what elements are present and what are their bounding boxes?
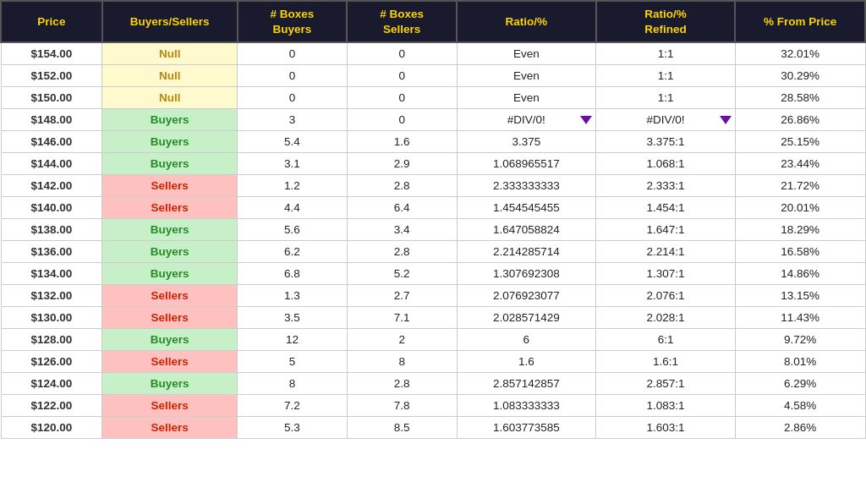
table-row: $152.00Null00Even1:130.29% bbox=[1, 65, 865, 87]
pct-cell: 16.58% bbox=[735, 241, 865, 263]
ratio-refined-cell: 1.647:1 bbox=[596, 219, 736, 241]
boxes-buyers-cell: 5.4 bbox=[238, 131, 348, 153]
boxes-buyers-cell: 1.3 bbox=[238, 285, 348, 307]
table-row: $126.00Sellers581.61.6:18.01% bbox=[1, 351, 865, 373]
pct-cell: 18.29% bbox=[735, 219, 865, 241]
ratio-cell: 1.647058824 bbox=[457, 219, 596, 241]
bs-cell: Sellers bbox=[102, 307, 238, 329]
pct-cell: 21.72% bbox=[735, 175, 865, 197]
bs-cell: Sellers bbox=[102, 417, 238, 439]
boxes-sellers-cell: 0 bbox=[347, 42, 457, 65]
boxes-buyers-cell: 6.2 bbox=[238, 241, 348, 263]
pct-cell: 11.43% bbox=[735, 307, 865, 329]
bs-cell: Buyers bbox=[102, 263, 238, 285]
col-boxes-buyers-header: # Boxes Buyers bbox=[238, 1, 348, 42]
boxes-sellers-cell: 0 bbox=[347, 109, 457, 131]
boxes-sellers-cell: 2 bbox=[347, 329, 457, 351]
ratio-cell: 1.603773585 bbox=[457, 417, 596, 439]
header-row: Price Buyers/Sellers # Boxes Buyers # Bo… bbox=[1, 1, 865, 42]
pct-cell: 20.01% bbox=[735, 197, 865, 219]
boxes-sellers-cell: 5.2 bbox=[347, 263, 457, 285]
pct-cell: 30.29% bbox=[735, 65, 865, 87]
arrow-down-icon bbox=[720, 116, 732, 124]
ratio-cell: Even bbox=[457, 42, 596, 65]
boxes-sellers-cell: 3.4 bbox=[347, 219, 457, 241]
ratio-refined-cell: 2.333:1 bbox=[596, 175, 736, 197]
pct-cell: 13.15% bbox=[735, 285, 865, 307]
price-cell: $132.00 bbox=[1, 285, 102, 307]
ratio-refined-cell: 1:1 bbox=[596, 65, 736, 87]
ratio-refined-cell: 1.603:1 bbox=[596, 417, 736, 439]
col-ratio-refined-header: Ratio/% Refined bbox=[596, 1, 736, 42]
price-cell: $126.00 bbox=[1, 351, 102, 373]
arrow-down-icon bbox=[580, 116, 592, 124]
price-cell: $136.00 bbox=[1, 241, 102, 263]
bs-cell: Buyers bbox=[102, 153, 238, 175]
price-cell: $138.00 bbox=[1, 219, 102, 241]
pct-cell: 9.72% bbox=[735, 329, 865, 351]
ratio-cell: 1.068965517 bbox=[457, 153, 596, 175]
ratio-refined-cell: 2.214:1 bbox=[596, 241, 736, 263]
pct-cell: 28.58% bbox=[735, 87, 865, 109]
table-row: $134.00Buyers6.85.21.3076923081.307:114.… bbox=[1, 263, 865, 285]
bs-cell: Buyers bbox=[102, 373, 238, 395]
table-row: $122.00Sellers7.27.81.0833333331.083:14.… bbox=[1, 395, 865, 417]
boxes-buyers-cell: 3.1 bbox=[238, 153, 348, 175]
boxes-sellers-cell: 7.8 bbox=[347, 395, 457, 417]
bs-cell: Buyers bbox=[102, 131, 238, 153]
bs-cell: Buyers bbox=[102, 109, 238, 131]
table-row: $142.00Sellers1.22.82.3333333332.333:121… bbox=[1, 175, 865, 197]
pct-cell: 23.44% bbox=[735, 153, 865, 175]
boxes-buyers-cell: 5.3 bbox=[238, 417, 348, 439]
table-row: $150.00Null00Even1:128.58% bbox=[1, 87, 865, 109]
boxes-buyers-cell: 7.2 bbox=[238, 395, 348, 417]
ratio-refined-cell: 3.375:1 bbox=[596, 131, 736, 153]
table-row: $128.00Buyers12266:19.72% bbox=[1, 329, 865, 351]
boxes-buyers-cell: 0 bbox=[238, 42, 348, 65]
ratio-cell: 6 bbox=[457, 329, 596, 351]
table-body: $154.00Null00Even1:132.01%$152.00Null00E… bbox=[1, 42, 865, 439]
ratio-refined-cell: #DIV/0! bbox=[596, 109, 736, 131]
price-cell: $152.00 bbox=[1, 65, 102, 87]
price-cell: $130.00 bbox=[1, 307, 102, 329]
col-pct-header: % From Price bbox=[735, 1, 865, 42]
ratio-cell: 2.028571429 bbox=[457, 307, 596, 329]
price-cell: $154.00 bbox=[1, 42, 102, 65]
table-row: $124.00Buyers82.82.8571428572.857:16.29% bbox=[1, 373, 865, 395]
boxes-buyers-cell: 0 bbox=[238, 87, 348, 109]
table-row: $136.00Buyers6.22.82.2142857142.214:116.… bbox=[1, 241, 865, 263]
boxes-sellers-cell: 2.8 bbox=[347, 241, 457, 263]
price-cell: $142.00 bbox=[1, 175, 102, 197]
bs-cell: Sellers bbox=[102, 175, 238, 197]
ratio-refined-cell: 2.028:1 bbox=[596, 307, 736, 329]
boxes-buyers-cell: 4.4 bbox=[238, 197, 348, 219]
table-row: $146.00Buyers5.41.63.3753.375:125.15% bbox=[1, 131, 865, 153]
pct-cell: 25.15% bbox=[735, 131, 865, 153]
price-cell: $134.00 bbox=[1, 263, 102, 285]
boxes-sellers-cell: 0 bbox=[347, 87, 457, 109]
price-cell: $120.00 bbox=[1, 417, 102, 439]
table-row: $140.00Sellers4.46.41.4545454551.454:120… bbox=[1, 197, 865, 219]
ratio-cell: Even bbox=[457, 65, 596, 87]
ratio-cell: 2.214285714 bbox=[457, 241, 596, 263]
boxes-buyers-cell: 8 bbox=[238, 373, 348, 395]
pct-cell: 2.86% bbox=[735, 417, 865, 439]
table-row: $154.00Null00Even1:132.01% bbox=[1, 42, 865, 65]
table-row: $148.00Buyers30#DIV/0!#DIV/0!26.86% bbox=[1, 109, 865, 131]
price-cell: $128.00 bbox=[1, 329, 102, 351]
table-row: $138.00Buyers5.63.41.6470588241.647:118.… bbox=[1, 219, 865, 241]
pct-cell: 6.29% bbox=[735, 373, 865, 395]
ratio-refined-cell: 1.307:1 bbox=[596, 263, 736, 285]
price-cell: $150.00 bbox=[1, 87, 102, 109]
boxes-sellers-cell: 0 bbox=[347, 65, 457, 87]
bs-cell: Null bbox=[102, 42, 238, 65]
price-cell: $144.00 bbox=[1, 153, 102, 175]
ratio-refined-cell: 6:1 bbox=[596, 329, 736, 351]
boxes-buyers-cell: 5.6 bbox=[238, 219, 348, 241]
bs-cell: Sellers bbox=[102, 351, 238, 373]
boxes-sellers-cell: 8.5 bbox=[347, 417, 457, 439]
bs-cell: Sellers bbox=[102, 197, 238, 219]
ratio-cell: #DIV/0! bbox=[457, 109, 596, 131]
ratio-cell: 1.6 bbox=[457, 351, 596, 373]
bs-cell: Buyers bbox=[102, 329, 238, 351]
